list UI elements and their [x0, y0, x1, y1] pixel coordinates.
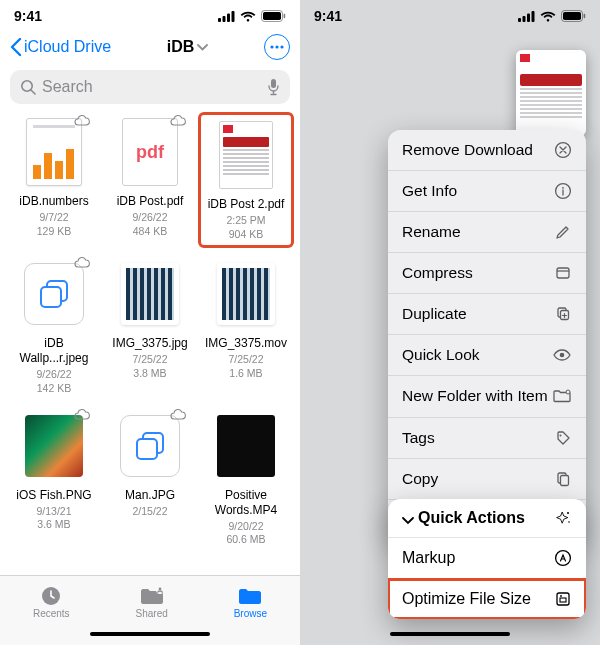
nav-bar: iCloud Drive iDB — [0, 28, 300, 66]
file-item[interactable]: Positive Words.MP4 9/20/2260.6 MB — [202, 410, 290, 547]
svg-rect-5 — [263, 12, 281, 20]
image-thumbnail-icon — [25, 415, 83, 477]
nav-title[interactable]: iDB — [167, 38, 209, 56]
svg-point-27 — [562, 187, 564, 189]
status-bar: 9:41 — [0, 0, 300, 28]
phone-right: 9:41 Remove Download Get Info — [300, 0, 600, 645]
menu-duplicate[interactable]: Duplicate — [388, 294, 586, 335]
wifi-icon — [240, 11, 256, 22]
quick-action-optimize-highlighted[interactable]: Optimize File Size — [388, 579, 586, 619]
more-button[interactable] — [264, 34, 290, 60]
quick-actions-header[interactable]: Quick Actions — [388, 499, 586, 538]
svg-rect-18 — [518, 18, 521, 22]
status-bar: 9:41 — [300, 0, 600, 28]
markup-icon — [554, 549, 572, 567]
svg-point-39 — [568, 521, 570, 523]
quick-action-markup[interactable]: Markup — [388, 538, 586, 579]
svg-rect-2 — [227, 13, 230, 22]
svg-rect-37 — [561, 475, 569, 485]
svg-rect-21 — [532, 11, 535, 22]
svg-point-40 — [556, 551, 571, 566]
svg-rect-3 — [232, 11, 235, 22]
svg-rect-23 — [563, 12, 581, 20]
tab-shared[interactable]: Shared — [136, 585, 168, 619]
cellular-icon — [218, 11, 235, 22]
file-grid: iDB.numbers 9/7/22129 KB pdf iDB Post.pd… — [0, 110, 300, 575]
file-name: iDB Wallp...r.jpeg — [10, 336, 98, 366]
file-name: IMG_3375.jpg — [112, 336, 187, 351]
microphone-icon[interactable] — [267, 78, 280, 96]
menu-remove-download[interactable]: Remove Download — [388, 130, 586, 171]
search-icon — [20, 79, 36, 95]
file-item[interactable]: iDB Wallp...r.jpeg 9/26/22142 KB — [10, 258, 98, 395]
battery-icon — [561, 10, 586, 22]
optimize-icon — [554, 590, 572, 608]
svg-point-9 — [280, 45, 283, 48]
chevron-left-icon — [10, 38, 22, 56]
context-menu: Remove Download Get Info Rename Compress… — [388, 130, 586, 540]
image-stack-thumbnail-icon — [120, 415, 180, 477]
menu-quick-look[interactable]: Quick Look — [388, 335, 586, 376]
svg-rect-24 — [584, 14, 586, 18]
file-preview — [516, 50, 586, 136]
file-name: iDB.numbers — [19, 194, 88, 209]
duplicate-icon — [554, 305, 572, 323]
file-item[interactable]: pdf iDB Post.pdf 9/26/22484 KB — [106, 116, 194, 244]
file-item[interactable]: Man.JPG 2/15/22 — [106, 410, 194, 547]
svg-point-17 — [158, 587, 161, 590]
tab-bar: Recents Shared Browse — [0, 575, 300, 627]
svg-rect-12 — [271, 79, 276, 88]
video-thumbnail-icon — [217, 415, 275, 477]
svg-point-38 — [567, 512, 569, 514]
svg-rect-41 — [557, 593, 569, 605]
svg-rect-1 — [223, 16, 226, 22]
back-label: iCloud Drive — [24, 38, 111, 56]
status-icons — [218, 10, 286, 22]
file-name: iDB Post 2.pdf — [208, 197, 285, 212]
svg-line-11 — [31, 90, 35, 94]
folder-shared-icon — [139, 585, 165, 607]
archive-icon — [554, 264, 572, 282]
cellular-icon — [518, 11, 535, 22]
status-time: 9:41 — [314, 8, 342, 24]
battery-icon — [261, 10, 286, 22]
home-indicator — [300, 627, 600, 645]
file-item[interactable]: iDB.numbers 9/7/22129 KB — [10, 116, 98, 244]
svg-rect-42 — [560, 598, 566, 602]
svg-point-33 — [560, 353, 565, 358]
menu-copy[interactable]: Copy — [388, 459, 586, 500]
file-item-highlighted[interactable]: iDB Post 2.pdf 2:25 PM904 KB — [202, 116, 290, 244]
phone-left: 9:41 iCloud Drive iDB Search — [0, 0, 300, 645]
search-input[interactable]: Search — [10, 70, 290, 104]
eye-icon — [552, 348, 572, 362]
svg-point-35 — [560, 434, 562, 436]
file-name: IMG_3375.mov — [205, 336, 287, 351]
copy-icon — [554, 470, 572, 488]
folder-plus-icon — [552, 388, 572, 404]
menu-tags[interactable]: Tags — [388, 418, 586, 459]
video-thumbnail-icon — [217, 263, 275, 325]
image-stack-thumbnail-icon — [24, 263, 84, 325]
chevron-down-icon — [402, 517, 414, 525]
home-indicator — [0, 627, 300, 645]
wifi-icon — [540, 11, 556, 22]
file-item[interactable]: iOS Fish.PNG 9/13/213.6 MB — [10, 410, 98, 547]
folder-icon — [237, 585, 263, 607]
menu-new-folder[interactable]: New Folder with Item — [388, 376, 586, 418]
svg-rect-20 — [527, 13, 530, 22]
menu-compress[interactable]: Compress — [388, 253, 586, 294]
sparkle-icon — [554, 509, 572, 527]
file-item[interactable]: IMG_3375.jpg 7/25/223.8 MB — [106, 258, 194, 395]
cloud-icon — [74, 256, 90, 268]
back-button[interactable]: iCloud Drive — [10, 38, 111, 56]
menu-get-info[interactable]: Get Info — [388, 171, 586, 212]
quick-actions-panel: Quick Actions Markup Optimize File Size — [388, 499, 586, 619]
file-item[interactable]: IMG_3375.mov 7/25/221.6 MB — [202, 258, 290, 395]
cloud-icon — [74, 408, 90, 420]
tab-recents[interactable]: Recents — [33, 585, 70, 619]
file-name: iDB Post.pdf — [117, 194, 184, 209]
status-icons — [518, 10, 586, 22]
image-thumbnail-icon — [121, 263, 179, 325]
menu-rename[interactable]: Rename — [388, 212, 586, 253]
tab-browse[interactable]: Browse — [234, 585, 267, 619]
